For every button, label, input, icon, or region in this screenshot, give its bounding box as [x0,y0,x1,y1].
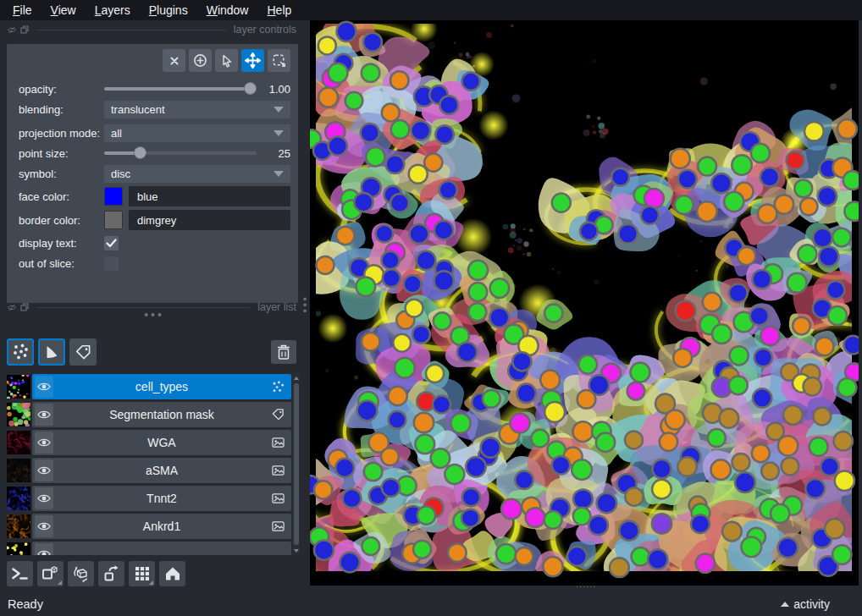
face-color-row: face color: blue [19,186,290,206]
transform-button[interactable] [268,49,290,72]
menu-window[interactable]: Window [197,1,258,19]
face-color-value: blue [137,190,158,203]
menu-plugins[interactable]: Plugins [140,1,197,19]
scrollbar-handle[interactable] [294,383,299,545]
layer-row-body[interactable]: Tnnt2 [32,486,291,511]
layer-list-titlebar: layer list [8,301,296,313]
out-of-slice-checkbox[interactable] [104,256,119,271]
labels-layer-icon [272,409,285,421]
menu-view[interactable]: View [41,1,86,19]
layer-row-body[interactable] [32,542,291,555]
border-color-field[interactable]: dimgrey [129,210,290,230]
opacity-label: opacity: [19,83,104,96]
new-labels-layer-button[interactable] [69,338,97,366]
projection-mode-row: projection mode: all [19,124,290,142]
grid-view-button[interactable] [129,561,155,586]
home-button[interactable] [159,561,185,586]
layer-row-segmentation-mask[interactable]: Segmentation mask [7,402,291,427]
layer-row-body[interactable]: Ankrd1 [32,514,291,539]
menu-file[interactable]: File [3,1,41,19]
layer-row-wga[interactable]: WGA [7,430,291,455]
ndisplay-button[interactable] [37,561,64,586]
select-points-button[interactable] [215,49,238,72]
border-color-swatch[interactable] [104,211,123,229]
layer-list-scrollbar[interactable] [292,374,300,555]
layer-name: WGA [58,436,266,449]
layer-name: Ankrd1 [58,520,266,533]
opacity-slider[interactable] [104,80,257,98]
layer-row-cell_types[interactable]: cell_types [7,374,291,399]
float-dock-icon[interactable] [20,303,29,311]
symbol-row: symbol: disc [19,164,290,183]
layer-name: Tnnt2 [58,492,266,505]
layer-thumbnail [7,459,30,482]
left-dock: layer controls opacity: 1.00 blending: t… [0,20,310,592]
titlebar-divider [36,307,250,308]
menu-layers[interactable]: Layers [86,1,140,19]
face-color-field[interactable]: blue [129,186,290,206]
titlebar-divider [36,30,226,30]
image-layer-icon [272,520,285,533]
visibility-eye-icon[interactable] [35,432,53,454]
activity-splitter-handle[interactable]: ...... [576,580,596,587]
blending-row: blending: translucent [19,100,290,118]
chevron-down-icon [274,171,284,177]
layer-row-ankrd1[interactable]: Ankrd1 [7,514,291,539]
opacity-row: opacity: 1.00 [19,80,290,98]
layer-controls-titlebar: layer controls [8,24,296,36]
display-text-checkbox[interactable] [104,236,119,250]
visibility-eye-icon[interactable] [35,543,53,555]
pan-zoom-button[interactable] [241,49,264,72]
layer-row-body[interactable]: aSMA [32,458,291,483]
viewer-canvas[interactable] [310,20,859,586]
point-size-slider[interactable] [104,144,257,162]
layer-controls-toolbar [163,49,290,72]
opacity-slider-handle[interactable] [244,82,257,95]
point-size-row: point size: 25 [19,144,290,162]
status-bar: Ready activity [0,592,862,616]
layer-thumbnail [7,542,30,555]
visibility-eye-icon[interactable] [35,376,53,398]
hide-dock-icon[interactable] [8,26,16,34]
point-size-slider-handle[interactable] [134,146,146,159]
out-of-slice-row: out of slice: [19,254,290,272]
activity-button[interactable]: activity [781,597,830,611]
layer-row-asma[interactable]: aSMA [7,458,291,483]
scroll-up-icon[interactable] [292,374,300,382]
visibility-eye-icon[interactable] [35,459,53,481]
vertical-splitter-handle[interactable]: ••• [301,296,308,314]
image-layer-icon [272,465,285,477]
layer-name: cell_types [58,380,266,393]
new-points-layer-button[interactable] [7,338,34,366]
hide-dock-icon[interactable] [8,304,16,311]
visibility-eye-icon[interactable] [35,487,53,509]
image-layer-icon [272,492,285,505]
delete-layer-button[interactable] [271,340,296,364]
symbol-dropdown[interactable]: disc [104,165,290,183]
status-text: Ready [8,597,43,611]
console-button[interactable] [7,561,33,586]
visibility-eye-icon[interactable] [35,404,53,426]
new-shapes-layer-button[interactable] [38,338,65,366]
layer-thumbnail [7,487,30,510]
layer-row-body[interactable]: WGA [32,430,291,455]
layer-row-body[interactable]: Segmentation mask [32,402,291,427]
visibility-eye-icon[interactable] [35,515,53,537]
float-dock-icon[interactable] [20,25,29,34]
blending-dropdown[interactable]: translucent [104,101,290,118]
transpose-dimensions-button[interactable] [98,561,124,586]
scroll-down-icon[interactable] [292,547,300,555]
layer-row-tnnt2[interactable]: Tnnt2 [7,486,291,511]
napari-window: { "menu": {"items": [{"label":"File"},{"… [0,0,862,616]
layer-row-body[interactable]: cell_types [32,374,291,399]
roll-dimensions-button[interactable] [68,561,94,586]
face-color-swatch[interactable] [104,187,123,206]
border-color-row: border color: dimgrey [19,210,290,230]
projection-mode-dropdown[interactable]: all [104,124,290,142]
menu-help[interactable]: Help [257,1,301,19]
chevron-down-icon [274,130,284,136]
add-points-button[interactable] [189,49,212,72]
blending-label: blending: [19,103,104,116]
delete-points-button[interactable] [163,49,185,72]
layer-row-partial[interactable] [7,542,291,555]
